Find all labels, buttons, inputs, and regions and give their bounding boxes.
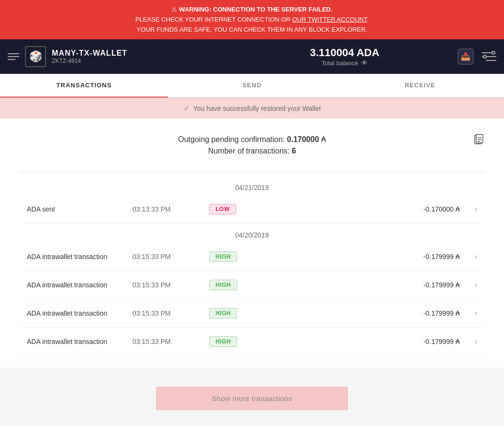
tx-badge: HIGH (209, 251, 237, 262)
tx-expand-chevron[interactable]: › (460, 309, 477, 318)
tx-badge-wrap: HIGH (209, 336, 267, 347)
tx-type: ADA sent (27, 205, 132, 213)
warning-line3: YOUR FUNDS ARE SAFE, YOU CAN CHECK THEM … (10, 25, 494, 35)
success-message: You have successfully restored your Wall… (193, 105, 321, 112)
table-row[interactable]: ADA intrawallet transaction 03:15:33 PM … (19, 328, 485, 356)
export-button[interactable] (473, 134, 485, 148)
table-row[interactable]: ADA intrawallet transaction 03:15:33 PM … (19, 299, 485, 328)
wallet-info: MANY-TX-WALLET ZKTZ-4614 (52, 49, 127, 64)
main-content: Outgoing pending confirmation: 0.170000 … (0, 118, 504, 367)
tx-badge-wrap: HIGH (209, 308, 267, 319)
balance-label: Total balance 👁 (232, 59, 457, 67)
wallet-icon: 🎲 (25, 46, 46, 67)
tx-amount: -0.179999 ₳ (373, 253, 460, 260)
export-icon (473, 134, 485, 145)
tx-expand-chevron[interactable]: › (460, 252, 477, 261)
check-icon: ✓ (183, 104, 190, 113)
wallet-id: ZKTZ-4614 (52, 58, 127, 64)
summary-divider (19, 172, 485, 172)
balance-amount: 3.110004 ADA (232, 47, 457, 59)
warning-icon: ⚠ (171, 6, 177, 13)
settings-icon (482, 50, 496, 63)
table-row[interactable]: ADA intrawallet transaction 03:15:33 PM … (19, 271, 485, 299)
table-row[interactable]: ADA intrawallet transaction 03:15:33 PM … (19, 243, 485, 271)
tx-type: ADA intrawallet transaction (27, 338, 132, 345)
svg-point-5 (492, 51, 495, 54)
nav-tabs: TRANSACTIONS SEND RECEIVE (0, 74, 504, 98)
success-bar: ✓ You have successfully restored your Wa… (0, 98, 504, 118)
tx-badge: HIGH (209, 336, 237, 347)
svg-text:📥: 📥 (461, 52, 470, 61)
tx-badge: HIGH (209, 280, 237, 290)
tx-time: 03:15:33 PM (132, 253, 209, 260)
transaction-groups: 04/21/2019 ADA sent 03:13:33 PM LOW -0.1… (19, 176, 485, 356)
summary: Outgoing pending confirmation: 0.170000 … (19, 130, 485, 168)
tab-transactions[interactable]: TRANSACTIONS (0, 74, 168, 98)
wallet-emoji: 🎲 (29, 50, 42, 63)
show-more-section: Show more transactions (0, 367, 504, 420)
tx-badge-wrap: HIGH (209, 280, 267, 290)
tab-receive[interactable]: RECEIVE (336, 74, 504, 98)
tx-type: ADA intrawallet transaction (27, 253, 132, 260)
tx-time: 03:15:33 PM (132, 281, 209, 289)
warning-line2-pre: PLEASE CHECK YOUR INTERNET CONNECTION OR (135, 16, 292, 23)
tx-amount: -0.179999 ₳ (373, 338, 460, 345)
settings-button[interactable] (482, 50, 496, 63)
header-right: 📥 (457, 48, 496, 65)
header-center: 3.110004 ADA Total balance 👁 (232, 47, 457, 67)
warning-line2-post: . (367, 16, 369, 23)
eye-icon[interactable]: 👁 (361, 59, 368, 67)
table-row[interactable]: ADA sent 03:13:33 PM LOW -0.170000 ₳ › (19, 195, 485, 224)
tx-badge-wrap: HIGH (209, 251, 267, 262)
wallet-receive-button[interactable]: 📥 (457, 48, 474, 65)
hamburger-icon (8, 53, 19, 60)
tx-amount: -0.170000 ₳ (373, 205, 460, 213)
tx-type: ADA intrawallet transaction (27, 281, 132, 289)
menu-button[interactable] (8, 53, 19, 60)
tx-badge: LOW (209, 204, 236, 214)
show-more-button[interactable]: Show more transactions (156, 387, 348, 410)
tx-expand-chevron[interactable]: › (460, 281, 477, 289)
header-left: 🎲 MANY-TX-WALLET ZKTZ-4614 (8, 46, 232, 67)
pending-amount: 0.170000 (287, 135, 319, 143)
tab-send[interactable]: SEND (168, 74, 336, 98)
wallet-name: MANY-TX-WALLET (52, 49, 127, 58)
tx-time: 03:15:33 PM (132, 338, 209, 345)
tx-type: ADA intrawallet transaction (27, 309, 132, 317)
date-header-0: 04/21/2019 (19, 176, 485, 195)
pending-confirmation: Outgoing pending confirmation: 0.170000 … (19, 135, 485, 144)
twitter-link[interactable]: OUR TWITTER ACCOUNT (292, 16, 367, 23)
receive-icon: 📥 (457, 48, 474, 65)
warning-banner: ⚠ WARNING: CONNECTION TO THE SERVER FAIL… (0, 0, 504, 39)
tx-amount: -0.179999 ₳ (373, 281, 460, 289)
date-header-1: 04/20/2019 (19, 224, 485, 243)
header: 🎲 MANY-TX-WALLET ZKTZ-4614 3.110004 ADA … (0, 39, 504, 74)
warning-line1: WARNING: CONNECTION TO THE SERVER FAILED… (179, 6, 332, 13)
tx-expand-chevron[interactable]: › (460, 205, 477, 213)
tx-count-value: 6 (292, 147, 296, 155)
tx-expand-chevron[interactable]: › (460, 337, 477, 346)
tx-time: 03:13:33 PM (132, 205, 209, 213)
tx-badge: HIGH (209, 308, 237, 319)
tx-time: 03:15:33 PM (132, 309, 209, 317)
tx-count: Number of transactions: 6 (19, 147, 485, 155)
tx-badge-wrap: LOW (209, 204, 267, 214)
tx-amount: -0.179999 ₳ (373, 309, 460, 317)
svg-point-6 (483, 55, 486, 58)
